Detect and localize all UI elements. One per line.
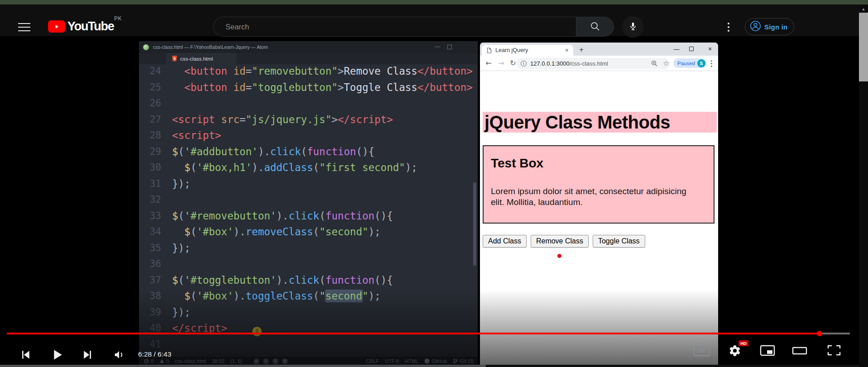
page-info-icon[interactable]: i <box>521 61 527 67</box>
browser-preview-icon-f[interactable]: f <box>273 358 278 364</box>
warning-count[interactable]: 0 <box>159 358 169 364</box>
atom-title-bar: css-class.html — F:\YahooBaba\Learn-Jque… <box>139 41 478 53</box>
line-number: 39 <box>139 305 168 321</box>
settings-kebab-button[interactable] <box>724 21 733 33</box>
play-icon <box>50 348 64 362</box>
atom-editor-window: css-class.html — F:\YahooBaba\Learn-Jque… <box>139 41 478 365</box>
bookmark-star-icon[interactable]: ☆ <box>661 58 671 68</box>
zoom-icon[interactable] <box>649 59 659 69</box>
code-line: <script> <box>172 128 473 144</box>
back-button[interactable]: ← <box>484 58 494 68</box>
github-icon <box>424 358 430 364</box>
code-line: $('#togglebutton').click(function(){ <box>172 272 473 289</box>
git-status[interactable]: Git (0) <box>453 358 474 364</box>
atom-tab-css-class[interactable]: 5 css-class.html <box>166 53 236 64</box>
status-file-name[interactable]: css-class.html <box>175 358 206 364</box>
chrome-tab-learn-jquery[interactable]: Learn jQuery × <box>482 45 573 56</box>
atom-maximize-button[interactable] <box>447 45 452 49</box>
video-progress-bar[interactable] <box>0 333 868 334</box>
line-number: 25 <box>139 80 168 96</box>
chrome-maximize-button[interactable] <box>689 47 694 51</box>
chrome-close-button[interactable]: × <box>704 43 716 55</box>
error-icon <box>144 359 149 364</box>
chrome-browser-window: Learn jQuery × + — × ← → ↻ i 127.0.0.1:3… <box>480 43 718 365</box>
code-line <box>172 337 473 353</box>
youtube-play-icon <box>48 20 65 33</box>
kebab-icon <box>728 23 729 24</box>
new-tab-button[interactable]: + <box>576 44 587 55</box>
atom-minimize-button[interactable]: — <box>431 41 444 53</box>
chrome-toolbar: ← → ↻ i 127.0.0.1:3000/css-class.html ☆ … <box>480 56 718 71</box>
github-status[interactable]: GitHub <box>424 358 447 364</box>
settings-button[interactable] <box>729 344 741 358</box>
volume-button[interactable] <box>113 348 125 362</box>
sync-paused-chip[interactable]: Paused S <box>673 58 706 68</box>
play-button[interactable] <box>50 348 64 363</box>
grammar-indicator[interactable]: HTML <box>405 358 418 364</box>
scrollbar-up-arrow[interactable]: ▲ <box>859 5 868 13</box>
page-scrollbar[interactable]: ▲ <box>859 5 868 367</box>
cursor-position[interactable]: 38:32 <box>212 358 225 364</box>
scrollbar-thumb[interactable] <box>859 13 868 81</box>
atom-window-title: css-class.html — F:\YahooBaba\Learn-Jque… <box>153 44 268 50</box>
kebab-icon <box>711 60 712 62</box>
sign-in-label: Sign in <box>764 23 787 31</box>
time-display: 6:28 / 6:43 <box>138 350 171 358</box>
youtube-logo[interactable]: YouTube PK <box>48 19 114 33</box>
sign-in-button[interactable]: Sign in <box>745 18 794 35</box>
line-number: 28 <box>139 128 168 144</box>
voice-search-button[interactable] <box>622 16 644 38</box>
progress-buffer <box>820 333 850 334</box>
line-number: 27 <box>139 112 168 128</box>
line-number: 34 <box>139 224 168 240</box>
guide-menu-button[interactable] <box>18 23 30 31</box>
demo-button-remove-class[interactable]: Remove Class <box>531 235 589 248</box>
next-button[interactable] <box>82 348 94 362</box>
search-button[interactable] <box>576 17 614 37</box>
test-box: Test Box Lorem ipsum dolor sit amet, con… <box>483 145 715 224</box>
editor-scrollbar-thumb[interactable] <box>473 182 476 266</box>
line-number: 24 <box>139 64 168 80</box>
youtube-watch-page: YouTube PK Sign in <box>0 0 868 367</box>
line-number: 36 <box>139 256 168 272</box>
mouse-cursor-highlight: I <box>252 327 262 336</box>
browser-preview-icon-e[interactable]: e <box>254 358 259 364</box>
miniplayer-icon <box>760 345 775 356</box>
code-line: <script src="js/jquery.js"></script> <box>172 112 473 128</box>
encoding-indicator[interactable]: UTF-8 <box>385 358 399 364</box>
code-line: $('#box').removeClass("second"); <box>172 224 473 240</box>
url-path: /css-class.html <box>570 60 608 67</box>
forward-button[interactable]: → <box>496 58 506 68</box>
selection-size[interactable]: (1, 6) <box>230 358 242 364</box>
chrome-minimize-button[interactable]: — <box>670 43 683 55</box>
country-code: PK <box>114 15 122 22</box>
line-ending-indicator[interactable]: CRLF <box>366 358 379 364</box>
miniplayer-button[interactable] <box>760 345 775 357</box>
page-heading: jQuery Class Methods <box>483 112 717 133</box>
fullscreen-button[interactable] <box>827 345 841 357</box>
code-line: }); <box>172 176 473 192</box>
tab-close-icon[interactable]: × <box>565 47 569 54</box>
code-line: $('#box,h1').addClass("first second"); <box>172 160 473 176</box>
error-count[interactable]: 0 <box>144 358 153 364</box>
progress-scrubber[interactable] <box>817 331 822 336</box>
subtitles-button[interactable]: CC <box>694 345 710 356</box>
gear-icon <box>729 344 741 357</box>
search-box[interactable] <box>213 17 576 37</box>
line-number: 30 <box>139 160 168 176</box>
demo-button-toggle-class[interactable]: Toggle Class <box>593 235 645 248</box>
code-editor: 242526272829303132333435363738394041 <bu… <box>139 64 478 357</box>
theater-mode-button[interactable] <box>792 347 807 356</box>
browser-preview-icon-c[interactable]: c <box>263 358 269 364</box>
paused-label: Paused <box>677 61 695 66</box>
line-number: 35 <box>139 240 168 257</box>
youtube-masthead: YouTube PK Sign in <box>0 5 868 36</box>
previous-button[interactable] <box>19 348 32 362</box>
demo-button-add-class[interactable]: Add Class <box>483 235 527 248</box>
line-number: 32 <box>139 192 168 208</box>
browser-top-strip <box>0 0 868 5</box>
browser-preview-icon-o[interactable]: O <box>282 358 288 364</box>
search-input[interactable] <box>225 23 561 31</box>
chrome-menu-button[interactable] <box>708 59 715 67</box>
address-bar[interactable]: i 127.0.0.1:3000/css-class.html <box>516 58 670 69</box>
